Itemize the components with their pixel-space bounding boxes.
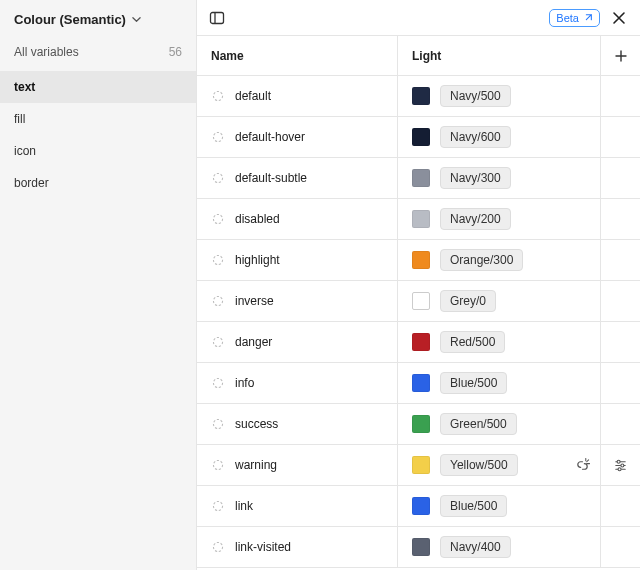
color-swatch[interactable] (412, 456, 430, 474)
sidebar-group-label: fill (14, 112, 25, 126)
row-actions-cell (600, 363, 640, 403)
table-row[interactable]: link-visitedNavy/400 (197, 527, 640, 568)
close-icon (612, 11, 626, 25)
alias-chip[interactable]: Navy/200 (440, 208, 511, 230)
table-row[interactable]: default-subtleNavy/300 (197, 158, 640, 199)
svg-point-6 (213, 255, 222, 264)
table-row[interactable]: highlightOrange/300 (197, 240, 640, 281)
variable-name: danger (235, 335, 272, 349)
table-row[interactable]: infoBlue/500 (197, 363, 640, 404)
alias-chip[interactable]: Orange/300 (440, 249, 523, 271)
alias-chip[interactable]: Navy/600 (440, 126, 511, 148)
variable-name-cell[interactable]: default-hover (197, 117, 397, 157)
table-row[interactable]: inverseGrey/0 (197, 281, 640, 322)
variable-name: link (235, 499, 253, 513)
row-actions-cell (600, 281, 640, 321)
alias-chip[interactable]: Blue/500 (440, 495, 507, 517)
topbar: Beta (197, 0, 640, 36)
color-swatch[interactable] (412, 169, 430, 187)
variable-name-cell[interactable]: default-subtle (197, 158, 397, 198)
table-row[interactable]: default-hoverNavy/600 (197, 117, 640, 158)
table-row[interactable]: defaultNavy/500 (197, 76, 640, 117)
table-row[interactable]: dangerRed/500 (197, 322, 640, 363)
variable-name-cell[interactable]: success (197, 404, 397, 444)
variable-name-cell[interactable]: disabled (197, 199, 397, 239)
color-swatch[interactable] (412, 251, 430, 269)
variable-value-cell[interactable]: Navy/500 (397, 76, 600, 116)
add-mode-button[interactable] (600, 36, 640, 75)
color-variable-icon (211, 540, 225, 554)
alias-chip[interactable]: Navy/500 (440, 85, 511, 107)
color-swatch[interactable] (412, 497, 430, 515)
column-header-name[interactable]: Name (197, 36, 397, 75)
row-actions-cell[interactable] (600, 445, 640, 485)
color-variable-icon (211, 499, 225, 513)
close-button[interactable] (610, 9, 628, 27)
chevron-down-icon (132, 15, 141, 24)
variable-name-cell[interactable]: default (197, 76, 397, 116)
svg-point-16 (213, 542, 222, 551)
variable-name: warning (235, 458, 277, 472)
all-variables-row[interactable]: All variables 56 (0, 37, 196, 67)
svg-point-10 (213, 419, 222, 428)
variable-value-cell[interactable]: Grey/0 (397, 281, 600, 321)
variable-name-cell[interactable]: inverse (197, 281, 397, 321)
color-swatch[interactable] (412, 128, 430, 146)
color-variable-icon (211, 212, 225, 226)
beta-badge[interactable]: Beta (549, 9, 600, 27)
variable-value-cell[interactable]: Green/500 (397, 404, 600, 444)
sidebar-group-icon[interactable]: icon (0, 135, 196, 167)
variable-value-cell[interactable]: Orange/300 (397, 240, 600, 280)
collection-name: Colour (Semantic) (14, 12, 126, 27)
alias-chip[interactable]: Yellow/500 (440, 454, 518, 476)
variable-value-cell[interactable]: Navy/200 (397, 199, 600, 239)
variable-name-cell[interactable]: highlight (197, 240, 397, 280)
sidebar-group-border[interactable]: border (0, 167, 196, 199)
color-swatch[interactable] (412, 415, 430, 433)
sidebar-group-text[interactable]: text (0, 71, 196, 103)
variable-name-cell[interactable]: warning (197, 445, 397, 485)
alias-chip[interactable]: Red/500 (440, 331, 505, 353)
variable-value-cell[interactable]: Navy/300 (397, 158, 600, 198)
table-row[interactable]: linkBlue/500 (197, 486, 640, 527)
alias-chip[interactable]: Blue/500 (440, 372, 507, 394)
color-swatch[interactable] (412, 210, 430, 228)
variable-name-cell[interactable]: danger (197, 322, 397, 362)
color-variable-icon (211, 171, 225, 185)
svg-point-2 (213, 91, 222, 100)
color-swatch[interactable] (412, 87, 430, 105)
variable-value-cell[interactable]: Navy/600 (397, 117, 600, 157)
variable-value-cell[interactable]: Red/500 (397, 322, 600, 362)
column-header-light[interactable]: Light (397, 36, 600, 75)
variable-value-cell[interactable]: Navy/400 (397, 527, 600, 567)
variable-name: default (235, 89, 271, 103)
alias-chip[interactable]: Green/500 (440, 413, 517, 435)
table-row[interactable]: successGreen/500 (197, 404, 640, 445)
adjust-icon[interactable] (613, 458, 628, 473)
variable-value-cell[interactable]: Yellow/500 (397, 445, 600, 485)
sidebar-group-fill[interactable]: fill (0, 103, 196, 135)
alias-chip[interactable]: Navy/400 (440, 536, 511, 558)
svg-point-5 (213, 214, 222, 223)
color-swatch[interactable] (412, 292, 430, 310)
variable-value-cell[interactable]: Blue/500 (397, 486, 600, 526)
color-variable-icon (211, 417, 225, 431)
variable-name-cell[interactable]: info (197, 363, 397, 403)
alias-chip[interactable]: Grey/0 (440, 290, 496, 312)
table-row[interactable]: disabledNavy/200 (197, 199, 640, 240)
variable-value-cell[interactable]: Blue/500 (397, 363, 600, 403)
color-swatch[interactable] (412, 333, 430, 351)
color-swatch[interactable] (412, 538, 430, 556)
detach-alias-icon[interactable] (575, 458, 590, 473)
table-row[interactable]: warningYellow/500 (197, 445, 640, 486)
variable-name: success (235, 417, 278, 431)
alias-chip[interactable]: Navy/300 (440, 167, 511, 189)
variable-name-cell[interactable]: link-visited (197, 527, 397, 567)
variable-name-cell[interactable]: link (197, 486, 397, 526)
collection-dropdown[interactable]: Colour (Semantic) (0, 0, 196, 37)
sidebar-group-label: icon (14, 144, 36, 158)
color-swatch[interactable] (412, 374, 430, 392)
svg-point-7 (213, 296, 222, 305)
sidebar-group-label: text (14, 80, 35, 94)
toggle-sidebar-button[interactable] (209, 10, 225, 26)
